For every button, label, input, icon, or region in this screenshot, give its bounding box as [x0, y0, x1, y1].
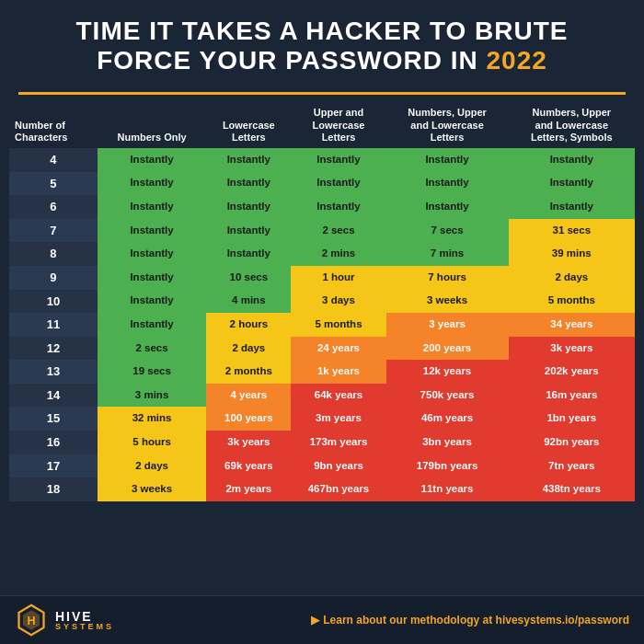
table-row: 5InstantlyInstantlyInstantlyInstantlyIns…: [9, 172, 635, 196]
data-cell: 7 hours: [386, 266, 509, 290]
char-count-cell: 4: [9, 148, 98, 172]
data-cell: 1 hour: [291, 266, 385, 290]
col-header-upper-lower: Upper andLowercaseLetters: [291, 102, 385, 148]
table-wrapper: Number ofCharacters Numbers Only Lowerca…: [0, 102, 644, 595]
col-header-all: Numbers, Upperand LowercaseLetters, Symb…: [509, 102, 635, 148]
data-cell: 202k years: [509, 360, 635, 384]
data-cell: Instantly: [386, 172, 509, 196]
data-cell: Instantly: [98, 266, 206, 290]
col-header-chars: Number ofCharacters: [9, 102, 98, 148]
data-cell: 3 weeks: [98, 477, 206, 501]
data-cell: 3 years: [386, 313, 509, 337]
header: TIME IT TAKES A HACKER TO BRUTE FORCE YO…: [0, 0, 644, 85]
arrow-icon: ▶: [311, 614, 319, 627]
data-cell: 24 years: [291, 337, 385, 361]
data-cell: Instantly: [291, 148, 385, 172]
data-cell: 3 weeks: [386, 290, 509, 314]
data-cell: 1k years: [291, 360, 385, 384]
table-row: 172 days69k years9bn years179bn years7tn…: [9, 454, 635, 478]
divider: [18, 92, 626, 95]
char-count-cell: 15: [9, 407, 98, 431]
data-cell: 10 secs: [206, 266, 291, 290]
data-cell: 4 years: [206, 384, 291, 408]
data-cell: 31 secs: [509, 219, 635, 243]
logo-area: H HIVE SYSTEMS: [15, 604, 114, 637]
data-cell: 3 days: [291, 290, 385, 314]
data-cell: 11tn years: [386, 477, 509, 501]
data-cell: 2 secs: [291, 219, 385, 243]
table-row: 165 hours3k years173m years3bn years92bn…: [9, 431, 635, 454]
char-count-cell: 12: [9, 337, 98, 361]
data-cell: 7tn years: [509, 454, 635, 478]
table-row: 183 weeks2m years467bn years11tn years43…: [9, 477, 635, 501]
data-cell: 2 mins: [291, 242, 385, 266]
data-cell: 173m years: [291, 431, 385, 454]
table-row: 6InstantlyInstantlyInstantlyInstantlyIns…: [9, 195, 635, 219]
data-cell: 5 months: [291, 313, 385, 337]
table-row: 8InstantlyInstantly2 mins7 mins39 mins: [9, 242, 635, 266]
data-cell: 16m years: [509, 384, 635, 408]
data-cell: 3bn years: [386, 431, 509, 454]
title: TIME IT TAKES A HACKER TO BRUTE FORCE YO…: [18, 17, 626, 75]
data-cell: 39 mins: [509, 242, 635, 266]
col-header-num-upper-lower: Numbers, Upperand LowercaseLetters: [386, 102, 509, 148]
data-cell: 2 days: [206, 337, 291, 361]
logo-systems: SYSTEMS: [55, 623, 114, 631]
table-row: 7InstantlyInstantly2 secs7 secs31 secs: [9, 219, 635, 243]
data-cell: Instantly: [291, 195, 385, 219]
data-cell: Instantly: [98, 290, 206, 314]
col-header-numbers: Numbers Only: [98, 102, 206, 148]
data-cell: 2 months: [206, 360, 291, 384]
data-cell: 467bn years: [291, 477, 385, 501]
char-count-cell: 14: [9, 384, 98, 408]
table-header-row: Number ofCharacters Numbers Only Lowerca…: [9, 102, 635, 148]
data-cell: 3k years: [509, 337, 635, 361]
data-cell: Instantly: [206, 219, 291, 243]
data-cell: Instantly: [509, 148, 635, 172]
data-cell: 7 mins: [386, 242, 509, 266]
col-header-lower: LowercaseLetters: [206, 102, 291, 148]
data-cell: Instantly: [98, 313, 206, 337]
char-count-cell: 13: [9, 360, 98, 384]
data-cell: Instantly: [98, 195, 206, 219]
char-count-cell: 6: [9, 195, 98, 219]
data-cell: Instantly: [509, 172, 635, 196]
table-body: 4InstantlyInstantlyInstantlyInstantlyIns…: [9, 148, 635, 501]
data-cell: Instantly: [386, 148, 509, 172]
data-cell: Instantly: [206, 195, 291, 219]
data-cell: 19 secs: [98, 360, 206, 384]
data-cell: Instantly: [98, 242, 206, 266]
char-count-cell: 9: [9, 266, 98, 290]
footer-link[interactable]: ▶Learn about our methodology at hivesyst…: [311, 614, 629, 627]
table-row: 4InstantlyInstantlyInstantlyInstantlyIns…: [9, 148, 635, 172]
data-cell: Instantly: [98, 219, 206, 243]
data-cell: 2 secs: [98, 337, 206, 361]
main-container: TIME IT TAKES A HACKER TO BRUTE FORCE YO…: [0, 0, 644, 644]
table-row: 1532 mins100 years3m years46m years1bn y…: [9, 407, 635, 431]
table-row: 122 secs2 days24 years200 years3k years: [9, 337, 635, 361]
data-cell: Instantly: [291, 172, 385, 196]
data-cell: 438tn years: [509, 477, 635, 501]
data-cell: 5 hours: [98, 431, 206, 454]
data-cell: 2 days: [98, 454, 206, 478]
table-row: 10Instantly4 mins3 days3 weeks5 months: [9, 290, 635, 314]
data-cell: 750k years: [386, 384, 509, 408]
table-row: 1319 secs2 months1k years12k years202k y…: [9, 360, 635, 384]
char-count-cell: 16: [9, 431, 98, 454]
data-cell: 3m years: [291, 407, 385, 431]
logo-hive: HIVE: [55, 610, 114, 623]
data-cell: 5 months: [509, 290, 635, 314]
data-cell: 32 mins: [98, 407, 206, 431]
logo-text: HIVE SYSTEMS: [55, 610, 114, 631]
data-cell: 200 years: [386, 337, 509, 361]
data-cell: 7 secs: [386, 219, 509, 243]
data-cell: 3k years: [206, 431, 291, 454]
char-count-cell: 10: [9, 290, 98, 314]
data-cell: 4 mins: [206, 290, 291, 314]
char-count-cell: 17: [9, 454, 98, 478]
data-cell: 2m years: [206, 477, 291, 501]
data-cell: 1bn years: [509, 407, 635, 431]
data-cell: 179bn years: [386, 454, 509, 478]
data-cell: 64k years: [291, 384, 385, 408]
data-cell: 100 years: [206, 407, 291, 431]
